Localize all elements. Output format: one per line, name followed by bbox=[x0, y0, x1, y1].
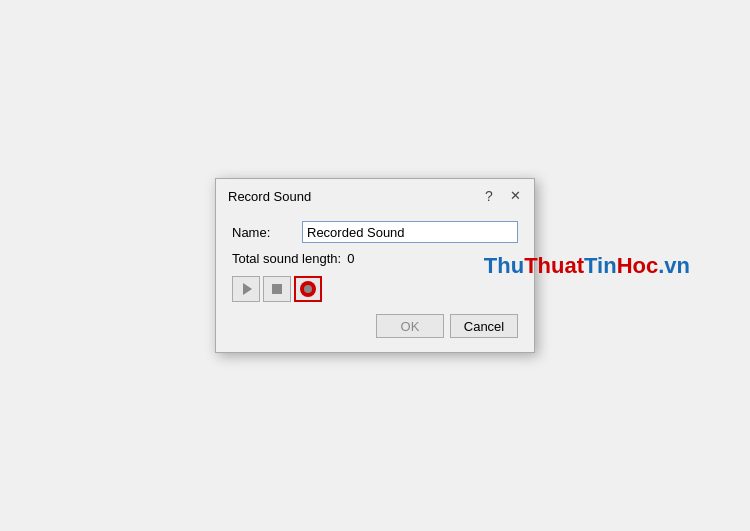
dialog-controls: ? ✕ bbox=[480, 187, 524, 205]
cancel-button[interactable]: Cancel bbox=[450, 314, 518, 338]
play-button[interactable] bbox=[232, 276, 260, 302]
stop-icon bbox=[272, 284, 282, 294]
sound-length-row: Total sound length: 0 bbox=[232, 251, 518, 266]
watermark-dot: . bbox=[658, 253, 664, 278]
name-row: Name: bbox=[232, 221, 518, 243]
action-buttons-row: OK Cancel bbox=[232, 314, 518, 338]
watermark-vn: vn bbox=[664, 253, 690, 278]
record-sound-dialog: Record Sound ? ✕ Name: Total sound lengt… bbox=[215, 178, 535, 353]
watermark-tin: Tin bbox=[584, 253, 617, 278]
name-label: Name: bbox=[232, 225, 302, 240]
dialog-titlebar: Record Sound ? ✕ bbox=[216, 179, 534, 211]
page-background: Record Sound ? ✕ Name: Total sound lengt… bbox=[0, 0, 750, 531]
record-icon bbox=[300, 281, 316, 297]
sound-length-label: Total sound length: bbox=[232, 251, 341, 266]
record-button[interactable] bbox=[294, 276, 322, 302]
dialog-title: Record Sound bbox=[228, 189, 311, 204]
watermark-hoc: Hoc bbox=[617, 253, 659, 278]
name-input[interactable] bbox=[302, 221, 518, 243]
media-controls-row bbox=[232, 276, 518, 302]
record-btn-container bbox=[294, 276, 322, 302]
help-button[interactable]: ? bbox=[480, 188, 498, 204]
dialog-body: Name: Total sound length: 0 bbox=[216, 211, 534, 352]
stop-button[interactable] bbox=[263, 276, 291, 302]
play-icon bbox=[243, 283, 252, 295]
ok-button[interactable]: OK bbox=[376, 314, 444, 338]
sound-length-value: 0 bbox=[347, 251, 354, 266]
close-button[interactable]: ✕ bbox=[506, 187, 524, 205]
record-icon-inner bbox=[304, 285, 312, 293]
